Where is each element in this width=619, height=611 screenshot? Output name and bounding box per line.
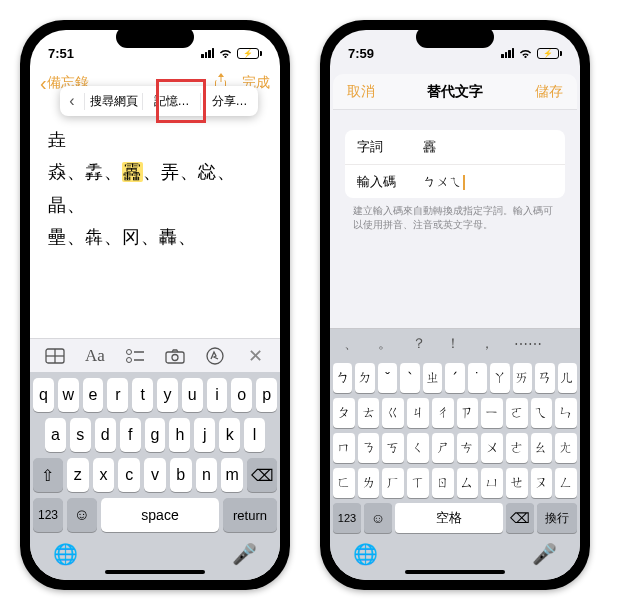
zkey[interactable]: ㄧ xyxy=(481,398,503,428)
table-icon[interactable] xyxy=(40,346,70,366)
zkey[interactable]: ㄗ xyxy=(457,398,479,428)
zkey[interactable]: ˋ xyxy=(400,363,419,393)
zkey[interactable]: ㄅ xyxy=(333,363,352,393)
zkey[interactable]: ㄏ xyxy=(382,468,404,498)
zkey[interactable]: ㄞ xyxy=(513,363,532,393)
key-j[interactable]: j xyxy=(194,418,215,452)
zkey[interactable]: ㄒ xyxy=(407,468,429,498)
key-n[interactable]: n xyxy=(196,458,218,492)
zkey[interactable]: ㄓ xyxy=(423,363,442,393)
key-l[interactable]: l xyxy=(244,418,265,452)
zkey[interactable]: ㄕ xyxy=(432,433,454,463)
zkey[interactable]: ㄥ xyxy=(555,468,577,498)
candidate-0[interactable]: 、 xyxy=(344,335,358,353)
zkey[interactable]: ㄡ xyxy=(531,468,553,498)
note-body[interactable]: 垚 猋、掱、靐、弄、惢、晶、 壘、犇、冈、轟、 xyxy=(30,98,280,338)
zkey[interactable]: ㄢ xyxy=(535,363,554,393)
key-123[interactable]: 123 xyxy=(33,498,63,532)
key-return[interactable]: return xyxy=(223,498,277,532)
key-v[interactable]: v xyxy=(144,458,166,492)
zkey[interactable]: ˙ xyxy=(468,363,487,393)
key-e[interactable]: e xyxy=(83,378,104,412)
zkey[interactable]: ㄉ xyxy=(355,363,374,393)
close-toolbar-button[interactable]: ✕ xyxy=(240,345,270,367)
zkey[interactable]: ㄙ xyxy=(457,468,479,498)
zkey[interactable]: ㄐ xyxy=(407,398,429,428)
home-indicator[interactable] xyxy=(405,570,505,574)
key-z[interactable]: z xyxy=(67,458,89,492)
key-i[interactable]: i xyxy=(207,378,228,412)
zkey[interactable]: ㄇ xyxy=(333,433,355,463)
key-y[interactable]: y xyxy=(157,378,178,412)
zkey[interactable]: ㄠ xyxy=(531,433,553,463)
candidate-3[interactable]: ！ xyxy=(446,335,460,353)
checklist-icon[interactable] xyxy=(120,346,150,366)
key-u[interactable]: u xyxy=(182,378,203,412)
zkey[interactable]: ㄆ xyxy=(333,398,355,428)
markup-icon[interactable] xyxy=(200,346,230,366)
zkey[interactable]: ㄤ xyxy=(555,433,577,463)
home-indicator[interactable] xyxy=(105,570,205,574)
zkey[interactable]: ˇ xyxy=(378,363,397,393)
key-o[interactable]: o xyxy=(231,378,252,412)
key-123[interactable]: 123 xyxy=(333,503,361,533)
zkey[interactable]: ㄨ xyxy=(481,433,503,463)
field-code[interactable]: 輸入碼 ㄅㄨㄟ xyxy=(345,164,565,198)
context-back[interactable]: ‹ xyxy=(60,92,84,110)
mic-icon[interactable]: 🎤 xyxy=(232,542,257,566)
camera-icon[interactable] xyxy=(160,346,190,366)
zkey[interactable]: ㄝ xyxy=(506,468,528,498)
key-shift[interactable]: ⇧ xyxy=(33,458,63,492)
text-format-button[interactable]: Aa xyxy=(80,346,110,366)
key-return[interactable]: 換行 xyxy=(537,503,577,533)
mic-icon[interactable]: 🎤 xyxy=(532,542,557,566)
candidate-5[interactable]: ⋯⋯ xyxy=(514,336,542,352)
globe-icon[interactable]: 🌐 xyxy=(53,542,78,566)
candidate-2[interactable]: ？ xyxy=(412,335,426,353)
zkey[interactable]: ㄣ xyxy=(555,398,577,428)
context-search-web[interactable]: 搜尋網頁 xyxy=(84,93,142,110)
key-s[interactable]: s xyxy=(70,418,91,452)
key-b[interactable]: b xyxy=(170,458,192,492)
key-c[interactable]: c xyxy=(118,458,140,492)
context-remember[interactable]: 記憶… xyxy=(142,93,200,110)
key-emoji[interactable]: ☺ xyxy=(67,498,97,532)
key-d[interactable]: d xyxy=(95,418,116,452)
key-g[interactable]: g xyxy=(145,418,166,452)
globe-icon[interactable]: 🌐 xyxy=(353,542,378,566)
key-f[interactable]: f xyxy=(120,418,141,452)
zkey[interactable]: ㄔ xyxy=(432,398,454,428)
zkey[interactable]: ㄛ xyxy=(506,398,528,428)
key-x[interactable]: x xyxy=(93,458,115,492)
zkey[interactable]: ㄍ xyxy=(382,398,404,428)
key-w[interactable]: w xyxy=(58,378,79,412)
key-space[interactable]: 空格 xyxy=(395,503,503,533)
field-phrase[interactable]: 字詞 靐 xyxy=(345,130,565,164)
zkey[interactable]: ㄩ xyxy=(481,468,503,498)
zkey[interactable]: ㄌ xyxy=(358,468,380,498)
key-k[interactable]: k xyxy=(219,418,240,452)
key-r[interactable]: r xyxy=(107,378,128,412)
zkey[interactable]: ㄦ xyxy=(558,363,577,393)
zkey[interactable]: ㄜ xyxy=(506,433,528,463)
zkey[interactable]: ㄑ xyxy=(407,433,429,463)
zkey[interactable]: ㄖ xyxy=(432,468,454,498)
context-share[interactable]: 分享… xyxy=(200,93,258,110)
cancel-button[interactable]: 取消 xyxy=(347,83,375,101)
zkey[interactable]: ㄘ xyxy=(457,433,479,463)
key-p[interactable]: p xyxy=(256,378,277,412)
zkey[interactable]: ㄟ xyxy=(531,398,553,428)
key-space[interactable]: space xyxy=(101,498,219,532)
key-q[interactable]: q xyxy=(33,378,54,412)
zkey[interactable]: ㄎ xyxy=(382,433,404,463)
key-emoji[interactable]: ☺ xyxy=(364,503,392,533)
candidate-1[interactable]: 。 xyxy=(378,335,392,353)
key-a[interactable]: a xyxy=(45,418,66,452)
candidate-4[interactable]: ， xyxy=(480,335,494,353)
zkey[interactable]: ㄋ xyxy=(358,433,380,463)
save-button[interactable]: 儲存 xyxy=(535,83,563,101)
zkey[interactable]: ㄊ xyxy=(358,398,380,428)
zkey[interactable]: ˊ xyxy=(445,363,464,393)
zkey[interactable]: ㄚ xyxy=(490,363,509,393)
key-h[interactable]: h xyxy=(169,418,190,452)
